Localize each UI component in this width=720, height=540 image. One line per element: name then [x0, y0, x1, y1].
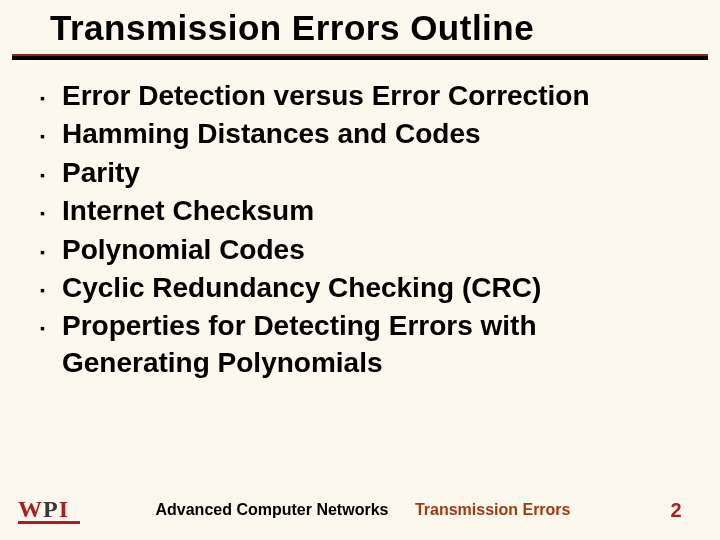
- list-item-text: Cyclic Redundancy Checking (CRC): [62, 270, 541, 306]
- slide-body: ▪ Error Detection versus Error Correctio…: [0, 60, 720, 381]
- footer-topic: Transmission Errors: [415, 501, 571, 518]
- footer-center: Advanced Computer Networks Transmission …: [80, 501, 646, 519]
- list-item-text: Error Detection versus Error Correction: [62, 78, 590, 114]
- list-item: ▪ Cyclic Redundancy Checking (CRC): [40, 270, 680, 306]
- bullet-icon: ▪: [40, 232, 62, 260]
- logo-letter-i: I: [59, 496, 69, 522]
- list-item: ▪ Parity: [40, 155, 680, 191]
- list-item-text: Properties for Detecting Errors with Gen…: [62, 308, 680, 381]
- list-item-text: Parity: [62, 155, 140, 191]
- logo-letter-p: P: [43, 496, 59, 522]
- bullet-icon: ▪: [40, 193, 62, 221]
- slide-footer: WPI Advanced Computer Networks Transmiss…: [0, 490, 720, 530]
- list-item-text: Hamming Distances and Codes: [62, 116, 481, 152]
- list-item: ▪ Error Detection versus Error Correctio…: [40, 78, 680, 114]
- list-item: ▪ Polynomial Codes: [40, 232, 680, 268]
- logo-letter-w: W: [18, 496, 43, 522]
- page-number: 2: [646, 499, 706, 522]
- title-block: Transmission Errors Outline: [0, 0, 720, 52]
- list-item-text: Internet Checksum: [62, 193, 314, 229]
- list-item: ▪ Properties for Detecting Errors with G…: [40, 308, 680, 381]
- bullet-icon: ▪: [40, 155, 62, 183]
- wpi-logo: WPI: [18, 496, 80, 524]
- footer-course: Advanced Computer Networks: [155, 501, 388, 518]
- bullet-icon: ▪: [40, 308, 62, 336]
- logo-underline: [18, 521, 80, 524]
- bullet-icon: ▪: [40, 116, 62, 144]
- slide-title: Transmission Errors Outline: [50, 8, 690, 48]
- list-item: ▪ Internet Checksum: [40, 193, 680, 229]
- list-item: ▪ Hamming Distances and Codes: [40, 116, 680, 152]
- list-item-text: Polynomial Codes: [62, 232, 305, 268]
- bullet-icon: ▪: [40, 78, 62, 106]
- bullet-icon: ▪: [40, 270, 62, 298]
